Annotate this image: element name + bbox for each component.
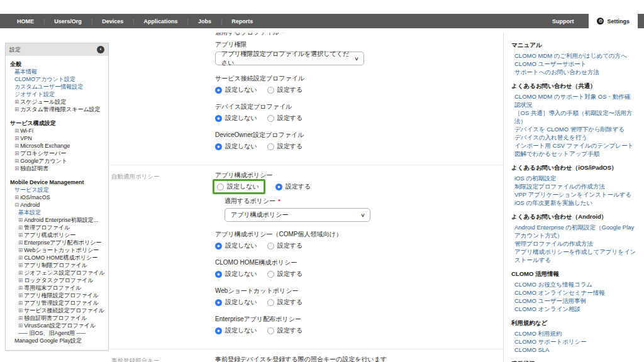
radio-unselected-icon[interactable] [217, 184, 224, 190]
help-link[interactable]: サポートへのお問い合わせ方法 [511, 68, 636, 76]
sidebar-item[interactable]: ⊞ロックタスクプロファイル [10, 277, 105, 284]
help-link[interactable]: インポート用 CSV ファイルのテンプレート [511, 141, 636, 150]
expand-icon[interactable]: ⊞ [14, 106, 19, 113]
radio-selected-icon[interactable] [275, 184, 282, 190]
radio-option-yes[interactable]: 設定する [267, 85, 303, 94]
expand-icon[interactable]: ⊞ [18, 299, 23, 307]
nav-item-applications[interactable]: Applications [135, 18, 187, 25]
expand-icon[interactable]: ⊞ [18, 269, 23, 277]
sidebar-item[interactable]: ⊞カスタム管理権限スキーム設定 [10, 106, 105, 113]
radio-selected-icon[interactable] [215, 327, 222, 334]
sidebar-item[interactable]: ⊞管理プロファイル [10, 224, 105, 231]
help-link[interactable]: iOS の初期設定 [511, 174, 636, 182]
expand-icon[interactable]: ⊞ [18, 224, 23, 231]
help-link[interactable]: CLOMO MDM のご利用がはじめての方へ [511, 52, 636, 60]
radio-option-yes[interactable]: 設定する [267, 326, 303, 335]
expand-icon[interactable]: ⊞ [18, 307, 23, 314]
nav-item-jobs[interactable]: Jobs [189, 18, 221, 25]
radio-selected-icon[interactable] [215, 143, 222, 150]
radio-option-no[interactable]: 設定しない [215, 298, 257, 307]
help-link[interactable]: CLOMO 利用規約 [511, 329, 636, 337]
radio-selected-icon[interactable] [215, 299, 222, 306]
help-link[interactable]: アプリ構成ポリシーを作成してアプリをインストールする [511, 248, 636, 264]
help-link[interactable]: デバイスを CLOMO 管理下から削除する [511, 125, 636, 133]
expand-icon[interactable]: ⊞ [14, 134, 19, 142]
sidebar-item[interactable]: サービス設定 [10, 186, 105, 194]
expand-icon[interactable]: ⊞ [18, 231, 23, 239]
radio-option-no[interactable]: 設定しない [215, 326, 257, 335]
help-link[interactable]: 制限設定プロファイルの作成方法 [511, 182, 636, 190]
expand-icon[interactable]: ⊞ [18, 277, 23, 284]
radio-option-no[interactable]: 設定しない [215, 241, 257, 250]
sidebar-item[interactable]: ⊞専用端末プロファイル [10, 284, 105, 292]
sidebar-item[interactable]: ⊞ジオフェンス設定プロファイル [10, 269, 105, 277]
sidebar-item[interactable]: ⊞Wi-Fi [10, 127, 105, 134]
sidebar-item[interactable]: ⊞CLOMO HOME構成ポリシー [10, 254, 105, 261]
sidebar-item[interactable]: ⊞Webショートカットポリシー [10, 246, 105, 254]
sidebar-item[interactable]: ⊞独自証明書 [10, 165, 105, 172]
radio-selected-icon[interactable] [215, 87, 222, 94]
sidebar-item[interactable]: ⊞VPN [10, 134, 105, 142]
help-link[interactable]: iOS の年次更新を実施したい [511, 199, 636, 207]
help-link[interactable]: 管理プロファイルの作成方法 [511, 239, 636, 248]
help-link[interactable]: CLOMO SLA [511, 346, 636, 354]
expand-icon[interactable]: ⊞ [14, 165, 19, 172]
expand-icon[interactable]: ⊞ [18, 246, 23, 254]
nav-item-reports[interactable]: Reports [222, 18, 262, 25]
help-link[interactable]: VPP アプリケーションをインストールする [511, 190, 636, 199]
radio-selected-icon[interactable] [215, 243, 222, 250]
expand-icon[interactable]: ⊞ [18, 239, 23, 246]
expand-icon[interactable]: ⊞ [14, 142, 19, 150]
help-link[interactable]: CLOMO オンライン相談 [511, 305, 636, 313]
nav-item-devices[interactable]: Devices [92, 18, 133, 25]
expand-icon[interactable]: ⊞ [14, 98, 19, 106]
help-link[interactable]: Android Enterprise の初期設定（Google Play アカウ… [511, 223, 636, 239]
radio-option-yes[interactable]: 設定する [267, 114, 303, 123]
radio-unselected-icon[interactable] [267, 243, 274, 250]
sidebar-item[interactable]: ⊞アプリ権限設定プロファイル [10, 292, 105, 299]
sidebar-item[interactable]: ⊞アプリ管理設定プロファイル [10, 299, 105, 307]
app-permission-select[interactable]: アプリ権限設定プロファイルを選択してください ∨ [215, 52, 364, 65]
sidebar-item[interactable]: ⊞プロキシサーバー [10, 150, 105, 157]
help-link[interactable]: ［OS 共通］導入の手順（初期設定〜活用方法） [511, 109, 636, 125]
radio-unselected-icon[interactable] [267, 115, 274, 122]
expand-icon[interactable]: ⊞ [14, 127, 19, 134]
sidebar-item[interactable]: 基本設定 [10, 209, 105, 216]
sidebar-item[interactable]: ⊟Android [10, 201, 105, 209]
sidebar-item[interactable]: ⊞サービス接続設定プロファイル [10, 307, 105, 314]
nav-support-button[interactable]: Support [537, 14, 589, 28]
chevron-left-icon[interactable]: ‹ [97, 46, 104, 53]
expand-icon[interactable]: ⊞ [14, 150, 19, 157]
radio-option-no[interactable]: 設定しない [215, 142, 257, 151]
help-link[interactable]: デバイスの入れ替えを行う [511, 133, 636, 141]
radio-unselected-icon[interactable] [267, 299, 274, 306]
radio-selected-icon[interactable] [215, 115, 222, 122]
expand-icon[interactable]: ⊞ [18, 292, 23, 299]
sidebar-item[interactable]: ⊞iOS/macOS [10, 194, 105, 201]
sidebar-item[interactable]: ⊞スケジュール設定 [10, 98, 105, 106]
expand-icon[interactable]: ⊞ [18, 314, 23, 322]
select-box[interactable]: アプリ構成ポリシー∨ [225, 208, 370, 222]
radio-unselected-icon[interactable] [267, 327, 274, 334]
expand-icon[interactable]: ⊞ [14, 194, 19, 201]
radio-option-no[interactable]: 設定しない [215, 114, 257, 123]
nav-item-usersorg[interactable]: Users/Org [45, 18, 91, 25]
sidebar-item[interactable]: ⊞VirusScan設定プロファイル [10, 322, 105, 329]
sidebar-item[interactable]: CLOMOアカウント設定 [10, 75, 105, 83]
help-link[interactable]: CLOMO ユーザーサポート [511, 60, 636, 68]
expand-icon[interactable]: ⊞ [14, 157, 19, 165]
radio-option-no[interactable]: 設定しない [217, 182, 259, 191]
sidebar-item[interactable]: カスタムユーザー情報設定 [10, 83, 105, 90]
radio-option-yes[interactable]: 設定する [267, 270, 303, 278]
expand-icon[interactable]: ⊞ [18, 254, 23, 261]
sidebar-item[interactable]: ⊞アプリ構成ポリシー [10, 231, 105, 239]
help-link[interactable]: CLOMO ユーザー活用事例 [511, 297, 636, 305]
radio-selected-icon[interactable] [215, 271, 222, 278]
radio-option-yes[interactable]: 設定する [275, 182, 311, 191]
radio-option-no[interactable]: 設定しない [215, 85, 257, 94]
help-link[interactable]: CLOMO サポートポリシー [511, 337, 636, 346]
help-link[interactable]: CLOMO オンラインセミナー情報 [511, 288, 636, 297]
radio-option-yes[interactable]: 設定する [267, 241, 303, 250]
sidebar-item[interactable]: Managed Google Play設定 [10, 337, 105, 344]
sidebar-item[interactable]: ⊞Googleアカウント [10, 157, 105, 165]
